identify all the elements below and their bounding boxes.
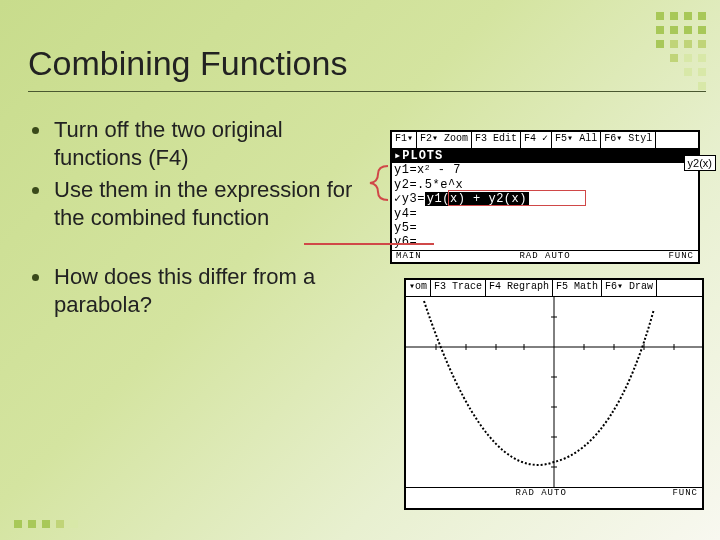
menu-f4: F4 ✓ (521, 132, 552, 148)
bullet-item: Turn off the two original functions (F4) (28, 116, 368, 172)
menu-tab: F5 Math (553, 280, 602, 296)
overlay-label-y2: y2(x) (684, 155, 716, 171)
calc-menu-bar: F1▾ F2▾ Zoom F3 Edit F4 ✓ F5▾ All F6▾ St… (392, 132, 698, 149)
menu-tab: F3 Trace (431, 280, 486, 296)
menu-tab: ▾om (406, 280, 431, 296)
menu-f1: F1▾ (392, 132, 417, 148)
menu-f6: F6▾ Styl (601, 132, 656, 148)
menu-tab: F4 Regraph (486, 280, 553, 296)
equation-y1: y1=x2 - 7 (392, 163, 698, 177)
bullet-item: Use them in the expression for the combi… (28, 176, 368, 232)
status-left: MAIN (396, 251, 422, 262)
status-right: FUNC (672, 488, 698, 499)
calc-menu-bar: ▾om F3 Trace F4 Regraph F5 Math F6▾ Draw (406, 280, 702, 297)
selection-highlight-box (448, 190, 586, 206)
calculator-graph: ▾om F3 Trace F4 Regraph F5 Math F6▾ Draw (404, 278, 704, 510)
status-bar: RAD AUTO FUNC (406, 487, 702, 499)
status-mid: RAD AUTO (516, 488, 567, 499)
corner-decoration-bottom (14, 520, 78, 528)
graph-canvas (406, 297, 702, 487)
bullet-list: Turn off the two original functions (F4)… (28, 116, 368, 323)
status-mid: RAD AUTO (519, 251, 570, 262)
equation-y5: y5= (392, 221, 698, 235)
corner-decoration-top (656, 12, 706, 96)
status-bar: MAIN RAD AUTO FUNC (392, 250, 698, 262)
menu-f2: F2▾ Zoom (417, 132, 472, 148)
plots-header: ▸PLOTS (392, 149, 698, 163)
bullet-item: How does this differ from a parabola? (28, 263, 368, 319)
arrow-annotation (304, 243, 434, 245)
status-right: FUNC (668, 251, 694, 262)
curly-bracket-annotation (366, 164, 390, 202)
menu-f3: F3 Edit (472, 132, 521, 148)
menu-tab: F6▾ Draw (602, 280, 657, 296)
menu-f5: F5▾ All (552, 132, 601, 148)
page-title: Combining Functions (0, 0, 720, 91)
equation-y6: y6= (392, 235, 698, 249)
equation-y4: y4= (392, 207, 698, 221)
